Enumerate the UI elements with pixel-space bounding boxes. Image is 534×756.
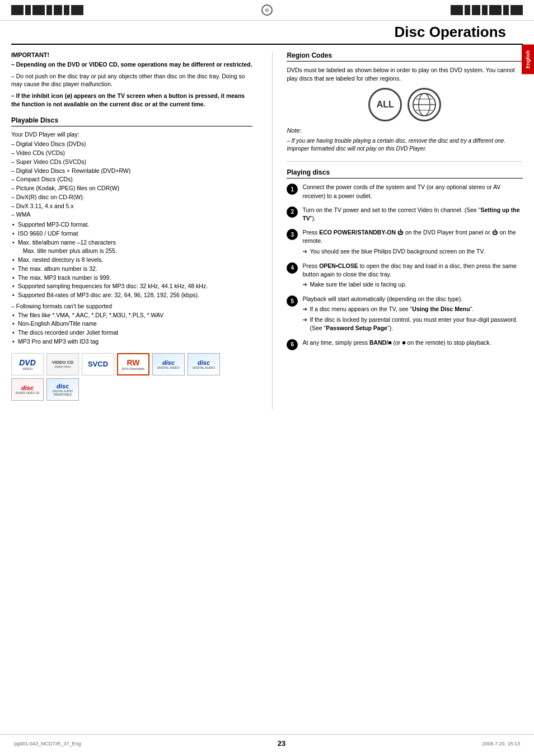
svcd-text: SVCD xyxy=(88,360,108,368)
arrow-icon-5b: ➜ xyxy=(302,316,307,325)
list-item: Compact Discs (CDs) xyxy=(11,175,252,184)
region-icons-container: ALL xyxy=(287,88,523,121)
list-item: ISO 9660 / UDF format xyxy=(11,229,252,238)
region-note-text: – If you are having trouble playing a ce… xyxy=(287,137,523,153)
column-divider xyxy=(272,51,273,409)
top-bar-right xyxy=(451,5,523,15)
all-regions-icon: ALL xyxy=(368,88,402,121)
list-item: Supported sampling frequencies for MP3 d… xyxy=(11,282,252,291)
page-number: 23 xyxy=(278,739,285,748)
playable-discs-section: Playable Discs Your DVD Player will play… xyxy=(11,116,252,400)
region-codes-header: Region Codes xyxy=(287,51,523,62)
left-column: IMPORTANT! – Depending on the DVD or VID… xyxy=(11,51,264,409)
list-item: Supported MP3-CD format. xyxy=(11,220,252,229)
arrow-line-3: ➜ You should see the blue Philips DVD ba… xyxy=(302,247,523,256)
list-item: Super Video CDs (SVCDs) xyxy=(11,158,252,167)
rw-text: RW xyxy=(127,358,139,367)
disc-menu-bold: Using the Disc Menu xyxy=(412,306,470,312)
step-content-1: Connect the power cords of the system an… xyxy=(302,183,523,200)
right-column: Region Codes DVDs must be labeled as sho… xyxy=(281,51,523,409)
step-content-5: Playback will start automatically (depen… xyxy=(302,295,523,333)
all-text: ALL xyxy=(377,100,394,110)
columns: IMPORTANT! – Depending on the DVD or VID… xyxy=(11,51,523,409)
svcd-logo: SVCD xyxy=(82,353,114,375)
arrow-icon-4: ➜ xyxy=(302,280,307,289)
list-item: DivX(R) disc on CD-R(W): xyxy=(11,193,252,202)
step-content-4: Press OPEN•CLOSE to open the disc tray a… xyxy=(302,262,523,289)
disc-rw-text: disc xyxy=(57,383,69,389)
dvd-logo: DVD VIDEO xyxy=(11,353,44,375)
arrow-line-4: ➜ Make sure the label side is facing up. xyxy=(302,280,523,289)
rw-logo: RW DVD+Rewritable xyxy=(117,353,149,375)
list-item: The max. MP3 track number is 999. xyxy=(11,274,252,283)
important-item-2: – Do not push on the disc tray or put an… xyxy=(11,72,252,88)
disc-rw-sub: DIGITAL AUDIOREWRITABLE xyxy=(53,389,73,396)
bar-seg xyxy=(71,5,83,15)
list-item: Digital Video Discs (DVDs) xyxy=(11,140,252,149)
list-item: Digital Video Discs + Rewritable (DVD+RW… xyxy=(11,167,252,176)
arrow-line-5a: ➜ If a disc menu appears on the TV, see … xyxy=(302,305,523,314)
list-item: Following formats can't be supported xyxy=(11,302,252,311)
step-6: 6 At any time, simply press BAND/■ (or ■… xyxy=(287,339,523,350)
list-item: Supported Bit-rates of MP3 disc are: 32,… xyxy=(11,291,252,300)
footer-right: 2006.7.20, 15:13 xyxy=(482,741,520,746)
list-item: The max. album number is 32. xyxy=(11,265,252,274)
arrow-text-3: You should see the blue Philips DVD back… xyxy=(310,247,485,256)
world-icon xyxy=(407,88,441,121)
bar-seg xyxy=(451,5,463,15)
important-item-1: – Depending on the DVD or VIDEO CD, some… xyxy=(11,60,252,69)
main-wrapper: Disc Operations IMPORTANT! – Depending o… xyxy=(0,21,534,409)
arrow-text-5b: If the disc is locked by parental contro… xyxy=(310,316,523,332)
step-number-6: 6 xyxy=(287,339,298,350)
region-note-label: Note: xyxy=(287,127,523,134)
step-4: 4 Press OPEN•CLOSE to open the disc tray… xyxy=(287,262,523,289)
videocd-text: VIDEO CD xyxy=(52,360,74,365)
disc-dv-text: disc xyxy=(162,359,175,366)
disc-logo-rw: disc DIGITAL AUDIOREWRITABLE xyxy=(46,378,79,401)
list-item: The discs recorded under Joliet format xyxy=(11,328,252,337)
region-note-italic: – If you are having trouble playing a ce… xyxy=(287,138,505,152)
note-italic: Note: xyxy=(287,127,301,134)
step-number-4: 4 xyxy=(287,262,298,274)
list-item: The files like *.VMA, *.AAC, *.DLF, *.M3… xyxy=(11,311,252,320)
disc-logo-da: disc DIGITAL AUDIO xyxy=(188,353,220,375)
disc-sv-sub: SUPER VIDEO CD xyxy=(16,391,40,395)
important-bold-1: – Depending on the DVD or VIDEO CD, some… xyxy=(11,61,252,68)
page-footer: pg001-043_MCD735_37_Eng 23 2006.7.20, 15… xyxy=(0,734,534,748)
crosshair-icon: ⊕ xyxy=(261,4,273,16)
power-symbol: ⏻ xyxy=(492,229,498,236)
bar-seg xyxy=(46,5,52,15)
section-divider xyxy=(287,161,523,162)
playable-discs-header: Playable Discs xyxy=(11,116,252,126)
world-svg xyxy=(410,91,438,119)
playing-discs-section: Playing discs 1 Connect the power cords … xyxy=(287,168,523,350)
bar-seg xyxy=(25,5,31,15)
step-number-3: 3 xyxy=(287,229,298,240)
disc-logos: DVD VIDEO VIDEO CD digital video SVCD RW xyxy=(11,353,252,401)
important-bold-3: – If the inhibit icon (ø) appears on the… xyxy=(11,92,245,107)
important-item-3: – If the inhibit icon (ø) appears on the… xyxy=(11,92,252,108)
setup-tv-bold: Setting up the TV xyxy=(302,206,519,222)
step-content-6: At any time, simply press BAND/■ (or ■ o… xyxy=(302,339,523,347)
bar-seg xyxy=(465,5,470,15)
region-codes-section: Region Codes DVDs must be labeled as sho… xyxy=(287,51,523,153)
step-5: 5 Playback will start automatically (dep… xyxy=(287,295,523,333)
disc-logo-dv: disc DIGITAL VIDEO xyxy=(152,353,185,375)
videocd-sub: digital video xyxy=(54,365,71,368)
bar-seg xyxy=(489,5,502,15)
bar-seg xyxy=(482,5,488,15)
list-item: Non-English Album/Title name xyxy=(11,320,252,328)
arrow-line-5b: ➜ If the disc is locked by parental cont… xyxy=(302,316,523,332)
list-item: Picture (Kodak, JPEG) files on CDR(W) xyxy=(11,184,252,193)
bar-seg xyxy=(64,5,69,15)
language-tab: English xyxy=(522,45,534,74)
step-content-2: Turn on the TV power and set to the corr… xyxy=(302,206,523,223)
list-item: MP3 Pro and MP3 with ID3 tag xyxy=(11,337,252,346)
page-title: Disc Operations xyxy=(395,24,506,41)
important-label: IMPORTANT! xyxy=(11,51,252,58)
band-bold: BAND/■ xyxy=(369,339,392,346)
disc-sv-text: disc xyxy=(21,384,34,391)
open-close-bold: OPEN•CLOSE xyxy=(319,262,358,269)
list-item: Max. title/album name –12 characters Max… xyxy=(11,238,252,256)
footer-left: pg001-043_MCD735_37_Eng xyxy=(14,741,81,746)
